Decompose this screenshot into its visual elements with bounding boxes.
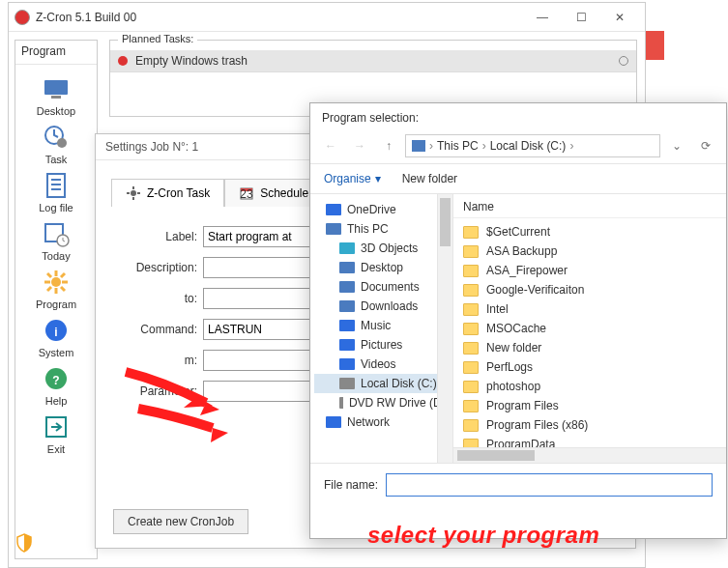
svg-rect-35	[326, 223, 341, 235]
nav-up-button[interactable]: ↑	[376, 134, 401, 157]
list-item[interactable]: MSOCache	[453, 319, 726, 338]
tree-scrollbar[interactable]	[437, 194, 452, 463]
tree-item-label: OneDrive	[347, 203, 396, 216]
folder-tree-icon	[326, 203, 341, 216]
list-item[interactable]: Intel	[453, 299, 726, 319]
chevron-right-icon: ›	[429, 139, 433, 153]
gear-icon	[126, 185, 141, 201]
help-icon: ?	[42, 364, 71, 393]
shield-icon	[15, 533, 33, 553]
tree-item[interactable]: Downloads	[314, 297, 452, 316]
maximize-button[interactable]: ☐	[562, 4, 600, 31]
svg-rect-0	[44, 80, 68, 95]
list-item[interactable]: Google-Verificaiton	[453, 280, 726, 299]
folder-icon	[463, 361, 479, 374]
tree-item[interactable]: Music	[314, 316, 452, 335]
breadcrumb-this-pc[interactable]: This PC	[437, 139, 479, 153]
list-item[interactable]: ASA Backupp	[453, 241, 726, 261]
tree-item[interactable]: This PC	[314, 219, 452, 239]
tree-item[interactable]: DVD RW Drive (D:)	[314, 393, 452, 412]
tree-item[interactable]: Videos	[314, 355, 452, 374]
tree-item-label: 3D Objects	[361, 241, 418, 255]
titlebar: Z-Cron 5.1 Build 00 — ☐ ✕	[9, 3, 645, 32]
tree-item[interactable]: Desktop	[314, 258, 452, 277]
list-item[interactable]: New folder	[453, 338, 726, 357]
organise-label: Organise	[324, 172, 371, 185]
list-item[interactable]: Program Files (x86)	[453, 415, 726, 435]
svg-rect-36	[339, 242, 355, 254]
svg-point-3	[57, 138, 67, 148]
list-item[interactable]: PerfLogs	[453, 357, 726, 377]
breadcrumb-bar[interactable]: › This PC › Local Disk (C:) ›	[405, 134, 660, 157]
nav-back-button[interactable]: ←	[318, 134, 343, 157]
breadcrumb-dropdown-button[interactable]: ⌄	[664, 134, 689, 157]
sidebar-item-desktop[interactable]: Desktop	[15, 74, 97, 117]
file-dialog-title: Program selection:	[310, 103, 726, 134]
list-item[interactable]: $GetCurrent	[453, 222, 726, 241]
new-folder-button[interactable]: New folder	[402, 172, 457, 185]
organise-menu[interactable]: Organise ▾	[324, 172, 381, 185]
close-button[interactable]: ✕	[600, 4, 639, 31]
sidebar-item-label: Desktop	[37, 105, 75, 117]
list-column-name[interactable]: Name	[453, 194, 726, 218]
breadcrumb-local-disk[interactable]: Local Disk (C:)	[490, 139, 567, 153]
sidebar-item-task[interactable]: Task	[15, 123, 97, 165]
sidebar-item-exit[interactable]: Exit	[15, 412, 97, 455]
tree-item[interactable]: Pictures	[314, 335, 452, 355]
tree-item[interactable]: Documents	[314, 277, 452, 297]
pc-icon	[412, 140, 425, 152]
sidebar-item-program[interactable]: Program	[15, 268, 97, 310]
refresh-button[interactable]: ⟳	[693, 134, 718, 157]
status-dot-icon	[118, 56, 128, 66]
folder-icon	[463, 265, 479, 277]
svg-rect-44	[339, 397, 343, 409]
planned-task-name: Empty Windows trash	[135, 54, 619, 68]
file-list: Name $GetCurrentASA BackuppASA_Firepower…	[453, 194, 726, 463]
list-scrollbar[interactable]	[453, 447, 726, 463]
minimize-button[interactable]: —	[523, 4, 562, 31]
sidebar-item-system[interactable]: i System	[15, 316, 97, 358]
list-item-label: Program Files (x86)	[486, 418, 588, 432]
create-cronjob-button[interactable]: Create new CronJob	[113, 509, 248, 534]
filename-label: File name:	[324, 478, 378, 492]
svg-rect-34	[326, 204, 341, 215]
tree-item-label: This PC	[347, 222, 389, 236]
tree-item[interactable]: 3D Objects	[314, 239, 452, 258]
svg-text:23: 23	[240, 187, 253, 201]
tree-item[interactable]: Local Disk (C:)	[314, 374, 452, 393]
description-label: Description:	[111, 261, 203, 274]
tab-zcron-task[interactable]: Z-Cron Task	[111, 179, 224, 207]
svg-line-15	[47, 273, 51, 277]
svg-rect-42	[339, 358, 355, 370]
folder-icon	[463, 284, 479, 297]
list-item-label: PerfLogs	[486, 360, 533, 374]
svg-rect-1	[51, 96, 61, 99]
list-item[interactable]: Program Files	[453, 396, 726, 415]
window-title: Z-Cron 5.1 Build 00	[36, 11, 523, 24]
sidebar-item-label: Exit	[47, 443, 65, 455]
tree-item-label: Local Disk (C:)	[361, 377, 437, 390]
sidebar-item-label: Log file	[39, 202, 73, 213]
to-label: to:	[111, 292, 203, 305]
sidebar-item-today[interactable]: Today	[15, 219, 97, 262]
tree-item[interactable]: OneDrive	[314, 200, 452, 219]
info-icon: i	[42, 316, 71, 345]
sidebar-item-label: Help	[45, 395, 68, 407]
svg-text:i: i	[54, 326, 57, 339]
sidebar-item-help[interactable]: ? Help	[15, 364, 97, 407]
filename-input[interactable]	[386, 473, 713, 497]
folder-icon	[463, 419, 479, 432]
planned-task-row[interactable]: Empty Windows trash	[110, 50, 636, 72]
tree-item-label: Desktop	[361, 261, 403, 274]
svg-rect-45	[326, 416, 341, 428]
folder-tree-icon	[326, 222, 341, 236]
nav-forward-button[interactable]: →	[347, 134, 372, 157]
list-item[interactable]: photoshop	[453, 377, 726, 396]
folder-tree-icon	[339, 261, 355, 274]
sidebar-item-logfile[interactable]: Log file	[15, 171, 97, 213]
chevron-down-icon: ▾	[375, 172, 381, 185]
folder-tree-icon	[339, 241, 355, 255]
tree-item[interactable]: Network	[314, 412, 452, 432]
tree-item-label: DVD RW Drive (D:)	[349, 396, 449, 410]
list-item[interactable]: ASA_Firepower	[453, 261, 726, 280]
